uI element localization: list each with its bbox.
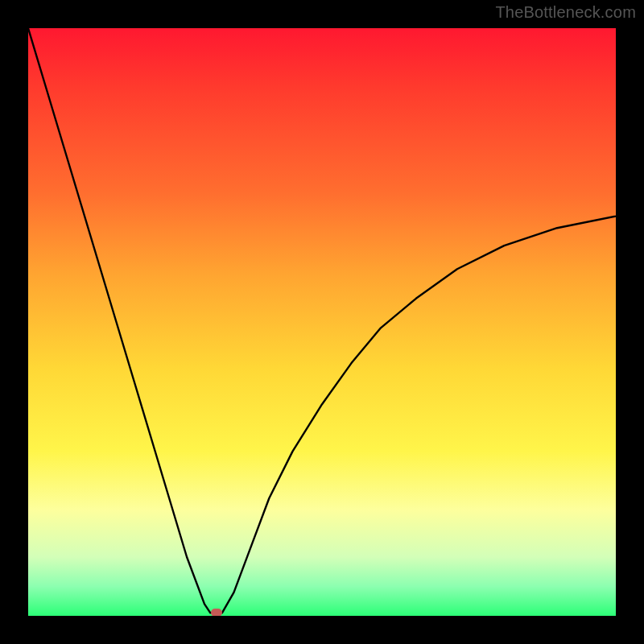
bottleneck-curve-path [28,28,616,613]
optimum-marker [211,609,222,616]
plot-area [28,28,616,616]
chart-frame: TheBottleneck.com [0,0,644,644]
watermark-text: TheBottleneck.com [495,3,636,22]
curve-svg [28,28,616,616]
